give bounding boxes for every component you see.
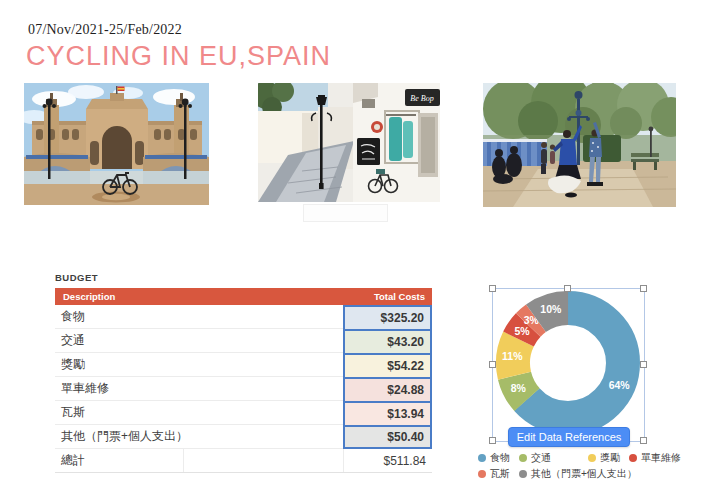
budget-total-middle-cell[interactable] <box>183 449 343 472</box>
legend-item-0: 食物 <box>478 451 510 465</box>
budget-table-header[interactable]: Description Total Costs <box>55 288 432 305</box>
edit-data-references-button[interactable]: Edit Data References <box>508 427 630 447</box>
budget-row-2[interactable]: 獎勵$54.22 <box>55 353 432 377</box>
legend-row-0: 食物交通獎勵單車維修 <box>478 450 690 466</box>
budget-row-label[interactable]: 其他（門票+個人支出） <box>55 425 343 448</box>
budget-row-label[interactable]: 食物 <box>55 305 343 328</box>
plaza-espana-illustration <box>24 83 209 205</box>
legend-item-5: 其他（門票+個人支出） <box>519 467 637 481</box>
photo-street-shop[interactable]: Be Bop <box>258 83 440 202</box>
legend-label: 獎勵 <box>600 451 620 465</box>
budget-row-5[interactable]: 其他（門票+個人支出）$50.40 <box>55 425 432 449</box>
budget-row-4[interactable]: 瓦斯$13.94 <box>55 401 432 425</box>
selection-handle-top-left[interactable] <box>489 285 496 292</box>
selection-handle-top-right[interactable] <box>640 285 647 292</box>
budget-row-label[interactable]: 獎勵 <box>55 353 343 376</box>
legend-color-dot <box>519 470 527 478</box>
legend-item-1: 交通 <box>519 451 551 465</box>
legend-label: 其他（門票+個人支出） <box>531 467 637 481</box>
column-header-description[interactable]: Description <box>55 291 343 302</box>
budget-row-1[interactable]: 交通$43.20 <box>55 329 432 353</box>
park-dancers-illustration <box>483 83 676 207</box>
budget-row-value[interactable]: $54.22 <box>343 353 432 377</box>
legend-item-2: 獎勵 <box>588 451 620 465</box>
slice-percent-label: 5% <box>514 325 530 337</box>
legend-color-dot <box>478 454 486 462</box>
budget-row-value[interactable]: $24.88 <box>343 377 432 401</box>
legend-label: 單車維修 <box>641 451 681 465</box>
budget-total-row[interactable]: 總計 $511.84 <box>55 449 432 473</box>
budget-row-label[interactable]: 交通 <box>55 329 343 352</box>
budget-row-value[interactable]: $325.20 <box>343 305 432 329</box>
legend-label: 瓦斯 <box>490 467 510 481</box>
budget-row-value[interactable]: $50.40 <box>343 425 432 449</box>
selection-handle-top-center[interactable] <box>564 285 571 292</box>
budget-row-value[interactable]: $43.20 <box>343 329 432 353</box>
budget-row-value[interactable]: $13.94 <box>343 401 432 425</box>
chart-legend: 食物交通獎勵單車維修瓦斯其他（門票+個人支出） <box>478 450 690 482</box>
budget-total-value[interactable]: $511.84 <box>343 449 432 472</box>
slide-canvas: { "header": { "date_range": "07/Nov/2021… <box>0 0 720 490</box>
slice-percent-label: 10% <box>540 303 562 315</box>
budget-total-label[interactable]: 總計 <box>55 452 183 469</box>
slice-percent-label: 11% <box>502 350 523 362</box>
shop-sign-text: Be Bop <box>410 94 433 103</box>
legend-color-dot <box>588 454 596 462</box>
page-title: CYCLING IN EU,SPAIN <box>26 41 331 72</box>
budget-row-0[interactable]: 食物$325.20 <box>55 305 432 329</box>
selection-handle-mid-left[interactable] <box>489 361 496 368</box>
date-range-text: 07/Nov/2021-25/Feb/2022 <box>28 22 182 38</box>
legend-color-dot <box>519 454 527 462</box>
legend-row-1: 瓦斯其他（門票+個人支出） <box>478 466 690 482</box>
legend-label: 食物 <box>490 451 510 465</box>
budget-table-body: 食物$325.20交通$43.20獎勵$54.22單車維修$24.88瓦斯$13… <box>55 305 432 449</box>
legend-color-dot <box>478 470 486 478</box>
budget-section-label: BUDGET <box>55 272 98 283</box>
budget-row-3[interactable]: 單車維修$24.88 <box>55 377 432 401</box>
shop-sign: Be Bop <box>405 89 440 106</box>
menu-board <box>357 138 380 165</box>
selection-handle-bottom-right[interactable] <box>640 437 647 444</box>
selection-handle-bottom-left[interactable] <box>489 437 496 444</box>
donut-chart[interactable]: 64%8%11%5%3%10% <box>490 285 646 441</box>
legend-item-4: 瓦斯 <box>478 467 510 481</box>
slice-percent-label: 64% <box>609 379 631 391</box>
column-header-total-costs[interactable]: Total Costs <box>343 291 432 302</box>
budget-row-label[interactable]: 瓦斯 <box>55 401 343 424</box>
empty-text-placeholder[interactable] <box>303 204 388 222</box>
budget-row-label[interactable]: 單車維修 <box>55 377 343 400</box>
photo-plaza-espana[interactable] <box>24 83 209 205</box>
legend-label: 交通 <box>531 451 551 465</box>
legend-color-dot <box>629 454 637 462</box>
legend-item-3: 單車維修 <box>629 451 681 465</box>
street-shop-illustration: Be Bop <box>258 83 440 202</box>
photo-park-dancers[interactable] <box>483 83 676 207</box>
slice-percent-label: 8% <box>511 382 527 394</box>
selection-handle-mid-right[interactable] <box>640 361 647 368</box>
budget-table[interactable]: Description Total Costs 食物$325.20交通$43.2… <box>55 288 432 473</box>
